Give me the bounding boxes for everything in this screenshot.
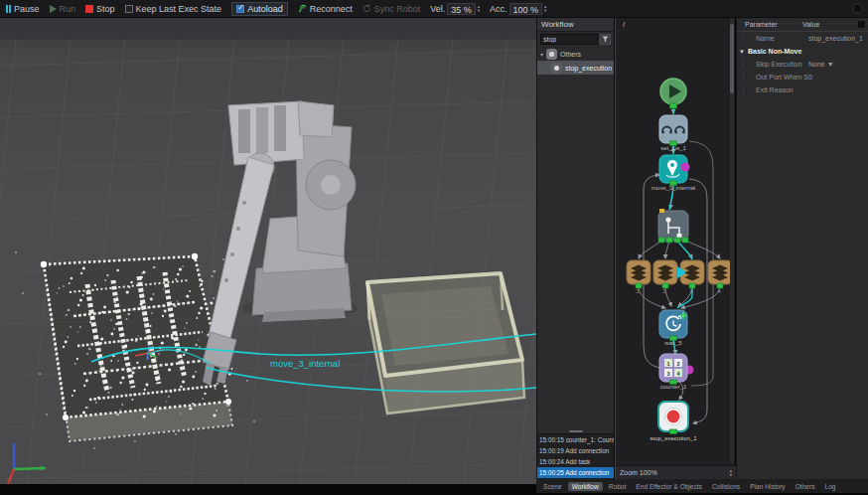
out-port-value[interactable]: 0	[808, 74, 812, 81]
stop-circle-icon	[667, 411, 680, 423]
node-wait[interactable]: wait_5	[659, 310, 687, 346]
viewport-3d[interactable]: move_3_internal	[0, 18, 536, 484]
filter-button[interactable]	[600, 34, 611, 45]
node-counter[interactable]: 1 2 3 4 counter_1	[659, 354, 694, 390]
bottom-tab-bar: Scene Workflow Robot End Effector & Obje…	[536, 479, 868, 493]
node-set-jps[interactable]: set_jps_1	[659, 115, 687, 151]
panel-pin-icon[interactable]	[857, 20, 866, 29]
log-entry[interactable]: 15:00:15 counter_1: Count (1	[537, 434, 614, 445]
reconnect-label: Reconnect	[310, 4, 353, 14]
place-bin	[367, 273, 524, 413]
node-task-1[interactable]: 1	[627, 260, 651, 294]
col-value: Value	[802, 21, 819, 28]
acceleration-stepper[interactable]: ▴▾	[544, 5, 546, 13]
vision-badge-icon	[681, 163, 690, 172]
param-name-value[interactable]: stop_execution_1	[808, 35, 863, 42]
param-group-basic-non-move[interactable]: ▼ Basic Non-Move	[737, 45, 868, 58]
step-group-icon	[546, 49, 557, 60]
step-search-input[interactable]	[540, 34, 598, 45]
trajectory-label: move_3_internal	[270, 358, 340, 369]
param-row-out-port: Out Port When Skip 0	[737, 71, 868, 83]
skip-execution-dropdown[interactable]: None ▼	[808, 61, 834, 68]
tree-item-stop-execution[interactable]: stop_execution	[537, 61, 614, 75]
stop-button[interactable]: Stop	[85, 4, 115, 14]
param-row-exit-reason: Exit Reason	[737, 83, 868, 96]
task-number: 1	[636, 288, 639, 294]
zoom-level: Zoom 100%	[620, 469, 657, 476]
run-label: Run	[60, 4, 76, 14]
workflow-panel-title: Workflow	[537, 18, 614, 32]
node-branch[interactable]	[658, 209, 688, 243]
param-row-skip-execution: Skip Execution None ▼	[737, 58, 868, 71]
run-button[interactable]: Run	[50, 4, 76, 14]
acceleration-value[interactable]: 100 %	[509, 3, 543, 15]
node-label: set_jps_1	[660, 145, 686, 151]
log-entry[interactable]: 15:00:19 Add connection	[537, 445, 614, 456]
zoom-stepper[interactable]: ▴▾	[730, 469, 732, 477]
sync-robot-label: Sync Robot	[374, 4, 421, 14]
tab-log[interactable]: Log	[820, 482, 839, 491]
node-move[interactable]: move_3_internal	[651, 155, 695, 191]
velocity-value[interactable]: 35 %	[447, 3, 476, 15]
exit-reason-label: Exit Reason	[743, 86, 808, 93]
task-number: 3	[689, 288, 692, 294]
collapse-icon	[853, 4, 862, 13]
pause-button[interactable]: Pause	[6, 4, 40, 14]
tree-item-label: stop_execution	[565, 65, 612, 72]
reconnect-button[interactable]: Reconnect	[298, 4, 353, 14]
out-port-label: Out Port When Skip	[743, 74, 808, 81]
tab-robot[interactable]: Robot	[605, 482, 631, 491]
skip-execution-label: Skip Execution	[743, 61, 808, 68]
pause-icon	[6, 5, 11, 13]
step-icon	[551, 63, 562, 74]
run-icon	[50, 5, 57, 13]
autoload-checkbox[interactable]: Autoload	[231, 2, 288, 16]
log-entry[interactable]: 15:00:24 Add task	[537, 456, 614, 467]
tab-plan-history[interactable]: Plan History	[746, 482, 790, 491]
velocity-spinner: Vel. 35 % ▴▾	[430, 3, 480, 15]
node-start[interactable]	[660, 79, 686, 108]
node-task-3[interactable]: 3	[677, 260, 704, 294]
svg-text:3: 3	[666, 371, 669, 377]
tree-group-label: Others	[560, 51, 581, 58]
group-caret-icon[interactable]: ▼	[739, 49, 745, 55]
workflow-graph-canvas[interactable]: /	[615, 18, 735, 479]
stop-icon	[85, 5, 93, 13]
node-label: stop_execution_1	[650, 435, 697, 441]
sync-icon	[362, 4, 371, 13]
tab-end-effector[interactable]: End Effector & Objects	[632, 482, 706, 491]
tab-others[interactable]: Others	[792, 482, 819, 491]
svg-text:2: 2	[676, 361, 679, 367]
checkbox-icon	[125, 5, 133, 13]
task-number: 4	[717, 288, 720, 294]
param-name-label: Name	[743, 35, 808, 42]
tab-collisions[interactable]: Collisions	[708, 482, 744, 491]
node-label: move_3_internal	[651, 185, 695, 191]
canvas-scrollbar[interactable]	[730, 18, 734, 463]
node-task-2[interactable]: 2	[653, 260, 677, 294]
acceleration-spinner: Acc. 100 % ▴▾	[490, 3, 546, 15]
workflow-panel: Workflow ▾ Others stop_execution 15:00:1…	[536, 18, 614, 479]
velocity-stepper[interactable]: ▴▾	[478, 5, 480, 13]
panel-collapse-button[interactable]	[853, 4, 862, 13]
checkbox-checked-icon	[236, 5, 244, 13]
graph-breadcrumb[interactable]: /	[623, 20, 625, 29]
node-stop-execution[interactable]: stop_execution_1	[650, 402, 697, 441]
node-task-4[interactable]: 4	[708, 260, 731, 294]
log-entry-selected[interactable]: 15:00:25 Add connection	[537, 467, 614, 478]
col-parameter: Parameter	[737, 21, 802, 28]
velocity-label: Vel.	[430, 4, 445, 14]
tab-workflow[interactable]: Workflow	[568, 482, 603, 491]
tab-scene[interactable]: Scene	[539, 482, 566, 491]
parameter-header: Parameter Value	[737, 18, 868, 32]
tree-group-others[interactable]: ▾ Others	[537, 47, 614, 61]
keep-last-exec-checkbox[interactable]: Keep Last Exec State	[125, 4, 222, 14]
task-number: 2	[662, 288, 665, 294]
plug-icon	[298, 4, 307, 13]
zoom-bar: Zoom 100% ▴▾	[616, 465, 736, 479]
tree-caret-icon[interactable]: ▾	[540, 51, 543, 58]
keep-last-exec-label: Keep Last Exec State	[136, 4, 222, 14]
svg-text:1: 1	[666, 361, 669, 367]
sync-robot-button[interactable]: Sync Robot	[362, 4, 421, 14]
branch-in-port	[659, 209, 664, 213]
